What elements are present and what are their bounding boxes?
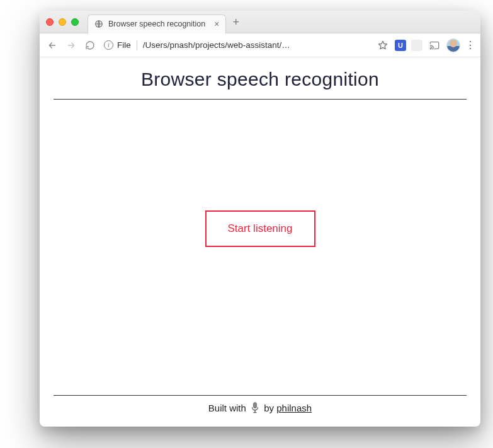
svg-point-1 — [430, 48, 431, 49]
url-divider — [137, 40, 137, 50]
star-icon — [378, 40, 388, 50]
window-controls — [46, 18, 79, 26]
back-button[interactable] — [45, 38, 60, 53]
arrow-left-icon — [47, 40, 57, 50]
browser-tab[interactable]: Browser speech recognition × — [88, 14, 226, 33]
svg-rect-2 — [253, 403, 256, 408]
footer-prefix: Built with — [208, 403, 249, 413]
url-protocol: File — [117, 40, 131, 50]
cast-button[interactable] — [428, 38, 441, 52]
footer-by: by — [264, 403, 276, 413]
main-area: Start listening — [54, 62, 467, 395]
tab-title: Browser speech recognition — [108, 20, 205, 28]
reload-button[interactable] — [82, 38, 98, 53]
url-field[interactable]: i File /Users/pnash/projects/web-assista… — [101, 40, 372, 50]
new-tab-button[interactable]: + — [232, 16, 239, 28]
cast-icon — [429, 40, 439, 50]
reload-icon — [85, 40, 95, 50]
page-footer: Built with by philnash — [54, 396, 467, 418]
arrow-right-icon — [66, 40, 76, 50]
fullscreen-window-button[interactable] — [71, 18, 79, 26]
globe-icon — [94, 20, 103, 28]
footer-author-link[interactable]: philnash — [276, 403, 312, 413]
close-tab-icon[interactable]: × — [214, 19, 219, 29]
start-listening-button[interactable]: Start listening — [205, 210, 315, 247]
url-path: /Users/pnash/projects/web-assistant/… — [143, 40, 370, 50]
browser-window: Browser speech recognition × + i File /U… — [40, 11, 480, 427]
extension-placeholder[interactable] — [411, 40, 422, 51]
minimize-window-button[interactable] — [59, 18, 66, 26]
extension-badge[interactable]: U — [395, 40, 406, 51]
profile-avatar[interactable] — [446, 38, 460, 52]
info-icon[interactable]: i — [104, 40, 113, 50]
forward-button[interactable] — [64, 38, 79, 53]
page-content: Browser speech recognition Start listeni… — [40, 57, 480, 427]
browser-menu-button[interactable]: ⋮ — [465, 40, 475, 50]
toolbar-right: U ⋮ — [376, 38, 475, 52]
window-titlebar: Browser speech recognition × + — [40, 11, 480, 33]
close-window-button[interactable] — [46, 18, 54, 26]
bookmark-button[interactable] — [376, 38, 390, 52]
microphone-icon — [250, 402, 260, 415]
address-bar: i File /Users/pnash/projects/web-assista… — [40, 33, 480, 57]
